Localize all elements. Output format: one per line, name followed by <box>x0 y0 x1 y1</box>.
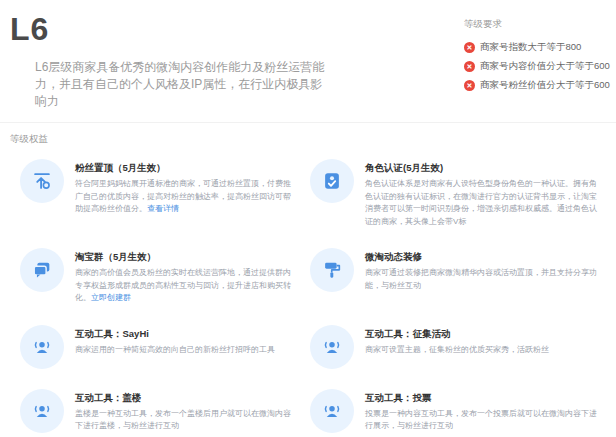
benefit-desc: 商家可通过装修把商家微淘精华内容或活动置顶，并且支持分享功能，与粉丝互动 <box>365 267 600 292</box>
merchant-level-page: L6 L6层级商家具备优秀的微淘内容创作能力及粉丝运营能力，并且有自己的个人风格… <box>0 0 616 437</box>
benefit-title: 淘宝群（5月生效） <box>75 250 294 264</box>
benefit-item-vote: 互动工具：投票 投票是一种内容互动工具，发布一个投票后就可以在微淘内容下进行展示… <box>310 389 616 433</box>
cross-circle-icon: ✕ <box>464 42 475 53</box>
benefit-item-floor: 互动工具：盖楼 盖楼是一种互动工具，发布一个盖楼后用户就可以在微淘内容下进行盖楼… <box>20 389 310 433</box>
cross-circle-icon: ✕ <box>464 61 475 72</box>
benefits-section: 等级权益 粉丝置顶（5月生效） 符合阿里妈妈钻展开通标准的商家，可通过粉丝置顶，… <box>0 123 616 437</box>
benefit-text: 淘宝群（5月生效） 商家的高价值会员及粉丝的实时在线运营阵地，通过提供群内专享权… <box>75 248 294 305</box>
benefits-title: 等级权益 <box>10 133 616 146</box>
requirements-panel: 等级要求 ✕ 商家号指数大于等于800 ✕ 商家号内容价值分大于等于600 ✕ … <box>464 12 602 110</box>
level-title: L6 <box>10 12 327 47</box>
benefit-desc-text: 角色认证体系是对商家有人设特色型身份角色的一种认证。拥有角色认证的独有认证标识，… <box>365 179 597 226</box>
view-details-link[interactable]: 查看详情 <box>147 204 179 213</box>
benefit-desc-text: 投票是一种内容互动工具，发布一个投票后就可以在微淘内容下进行展示，与粉丝进行互动 <box>365 409 597 431</box>
benefit-desc: 角色认证体系是对商家有人设特色型身份角色的一种认证。拥有角色认证的独有认证标识，… <box>365 178 600 228</box>
pin-top-icon <box>20 159 64 203</box>
requirement-item: ✕ 商家号内容价值分大于等于600 <box>464 60 602 73</box>
benefit-text: 互动工具：征集活动 商家可设置主题，征集粉丝的优质买家秀，活跃粉丝 <box>365 325 549 369</box>
benefit-desc: 商家的高价值会员及粉丝的实时在线运营阵地，通过提供群内专享权益形成群成员的高粘性… <box>75 267 294 305</box>
requirement-text: 商家号内容价值分大于等于600 <box>480 60 610 73</box>
benefit-desc: 盖楼是一种互动工具，发布一个盖楼后用户就可以在微淘内容下进行盖楼，与粉丝进行互动 <box>75 408 294 433</box>
benefit-text: 互动工具：盖楼 盖楼是一种互动工具，发布一个盖楼后用户就可以在微淘内容下进行盖楼… <box>75 389 294 433</box>
collect-person-icon <box>310 325 354 369</box>
paint-roller-icon <box>310 248 354 292</box>
requirements-list: ✕ 商家号指数大于等于800 ✕ 商家号内容价值分大于等于600 ✕ 商家号粉丝… <box>464 41 602 92</box>
benefit-item-collect: 互动工具：征集活动 商家可设置主题，征集粉丝的优质买家秀，活跃粉丝 <box>310 325 616 369</box>
benefit-title: 互动工具：投票 <box>365 391 600 405</box>
create-group-link[interactable]: 立即创建群 <box>91 293 131 302</box>
benefit-desc: 符合阿里妈妈钻展开通标准的商家，可通过粉丝置顶，付费推广自己的优质内容，提高对粉… <box>75 178 294 216</box>
benefit-text: 粉丝置顶（5月生效） 符合阿里妈妈钻展开通标准的商家，可通过粉丝置顶，付费推广自… <box>75 159 294 228</box>
badge-check-icon <box>310 159 354 203</box>
requirement-text: 商家号粉丝价值分大于等于600 <box>480 79 610 92</box>
benefit-text: 互动工具：投票 投票是一种内容互动工具，发布一个投票后就可以在微淘内容下进行展示… <box>365 389 600 433</box>
benefit-title: 互动工具：SayHi <box>75 327 275 341</box>
benefit-item-taobao-group: 淘宝群（5月生效） 商家的高价值会员及粉丝的实时在线运营阵地，通过提供群内专享权… <box>20 248 310 305</box>
benefit-desc-text: 商家运用的一种简短高效的向自己的新粉丝打招呼的工具 <box>75 345 275 354</box>
level-block: L6 L6层级商家具备优秀的微淘内容创作能力及粉丝运营能力，并且有自己的个人风格… <box>10 12 327 110</box>
benefits-grid: 粉丝置顶（5月生效） 符合阿里妈妈钻展开通标准的商家，可通过粉丝置顶，付费推广自… <box>10 159 616 437</box>
requirement-text: 商家号指数大于等于800 <box>480 41 581 54</box>
benefit-text: 互动工具：SayHi 商家运用的一种简短高效的向自己的新粉丝打招呼的工具 <box>75 325 275 369</box>
benefit-desc-text: 符合阿里妈妈钻展开通标准的商家，可通过粉丝置顶，付费推广自己的优质内容，提高对粉… <box>75 179 291 213</box>
requirement-item: ✕ 商家号指数大于等于800 <box>464 41 602 54</box>
benefit-desc-text: 商家可通过装修把商家微淘精华内容或活动置顶，并且支持分享功能，与粉丝互动 <box>365 268 597 290</box>
vote-person-icon <box>310 389 354 433</box>
benefit-text: 角色认证(5月生效) 角色认证体系是对商家有人设特色型身份角色的一种认证。拥有角… <box>365 159 600 228</box>
benefit-desc-text: 商家可设置主题，征集粉丝的优质买家秀，活跃粉丝 <box>365 345 549 354</box>
level-description: L6层级商家具备优秀的微淘内容创作能力及粉丝运营能力，并且有自己的个人风格及IP… <box>35 59 327 110</box>
benefit-desc: 商家可设置主题，征集粉丝的优质买家秀，活跃粉丝 <box>365 344 549 357</box>
benefit-desc-text: 盖楼是一种互动工具，发布一个盖楼后用户就可以在微淘内容下进行盖楼，与粉丝进行互动 <box>75 409 291 431</box>
benefit-title: 互动工具：盖楼 <box>75 391 294 405</box>
benefit-desc: 投票是一种内容互动工具，发布一个投票后就可以在微淘内容下进行展示，与粉丝进行互动 <box>365 408 600 433</box>
floor-person-icon <box>20 389 64 433</box>
cross-circle-icon: ✕ <box>464 80 475 91</box>
requirement-item: ✕ 商家号粉丝价值分大于等于600 <box>464 79 602 92</box>
requirements-title: 等级要求 <box>464 18 602 31</box>
benefit-title: 微淘动态装修 <box>365 250 600 264</box>
benefit-item-fans-pin: 粉丝置顶（5月生效） 符合阿里妈妈钻展开通标准的商家，可通过粉丝置顶，付费推广自… <box>20 159 310 228</box>
sayhi-person-icon <box>20 325 64 369</box>
benefit-title: 互动工具：征集活动 <box>365 327 549 341</box>
benefit-item-sayhi: 互动工具：SayHi 商家运用的一种简短高效的向自己的新粉丝打招呼的工具 <box>20 325 310 369</box>
benefit-title: 粉丝置顶（5月生效） <box>75 161 294 175</box>
page-header: L6 L6层级商家具备优秀的微淘内容创作能力及粉丝运营能力，并且有自己的个人风格… <box>0 0 616 110</box>
benefit-text: 微淘动态装修 商家可通过装修把商家微淘精华内容或活动置顶，并且支持分享功能，与粉… <box>365 248 600 305</box>
benefit-title: 角色认证(5月生效) <box>365 161 600 175</box>
benefit-item-role-cert: 角色认证(5月生效) 角色认证体系是对商家有人设特色型身份角色的一种认证。拥有角… <box>310 159 616 228</box>
benefit-desc: 商家运用的一种简短高效的向自己的新粉丝打招呼的工具 <box>75 344 275 357</box>
benefit-item-decorate: 微淘动态装修 商家可通过装修把商家微淘精华内容或活动置顶，并且支持分享功能，与粉… <box>310 248 616 305</box>
chat-bubbles-icon <box>20 248 64 292</box>
